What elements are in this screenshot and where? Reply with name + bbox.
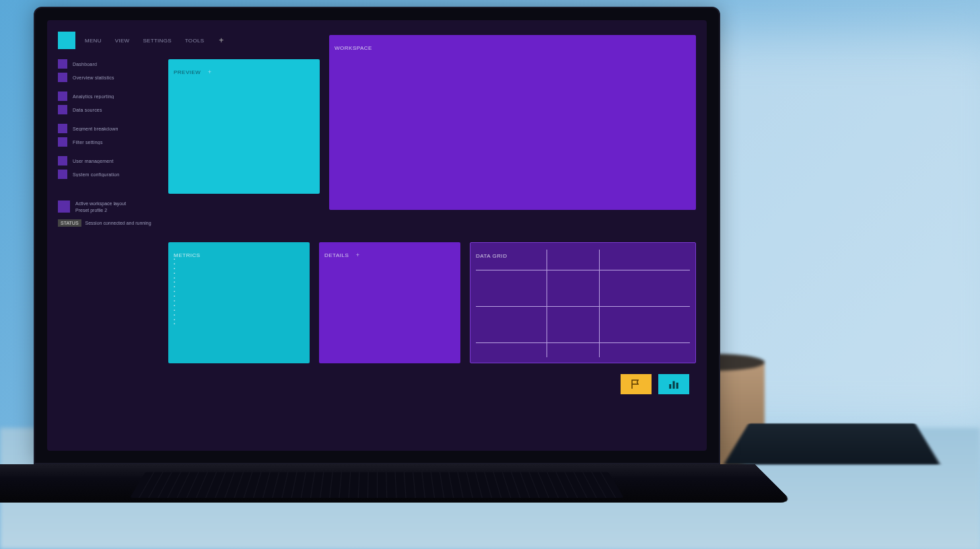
- swatch-icon: [58, 73, 67, 82]
- data-grid-panel[interactable]: DATA GRID: [470, 242, 696, 363]
- panel-title: DETAILS: [324, 252, 349, 258]
- flag-icon: [630, 378, 642, 390]
- sidebar-item[interactable]: Analytics reporting: [58, 92, 159, 101]
- panel-title: PREVIEW: [174, 69, 201, 75]
- sidebar-label: Analytics reporting: [73, 94, 114, 99]
- metrics-panel[interactable]: METRICS ▪▪▪▪▪▪▪▪▪▪▪▪▪▪▪: [168, 242, 310, 363]
- menu-item-3[interactable]: TOOLS: [181, 36, 208, 45]
- bar-chart-icon: [668, 378, 680, 390]
- menu-item-1[interactable]: VIEW: [111, 36, 134, 45]
- main-area: PREVIEW + WORKSPACE METRICS ▪▪▪▪▪▪▪▪▪▪▪▪…: [168, 59, 696, 440]
- svg-rect-1: [673, 381, 675, 389]
- panel-title: METRICS: [174, 252, 201, 258]
- sidebar-label: Data sources: [73, 108, 102, 112]
- svg-rect-0: [669, 384, 671, 389]
- sidebar-label: Overview statistics: [73, 75, 114, 80]
- sidebar-item[interactable]: Dashboard: [58, 59, 159, 69]
- swatch-icon: [58, 170, 67, 179]
- info-line: Preset profile 2: [75, 207, 126, 214]
- sidebar-status-text: STATUS Session connected and running: [58, 219, 151, 227]
- sidebar-item[interactable]: User management: [58, 156, 159, 166]
- sidebar-item[interactable]: System configuration: [58, 170, 159, 179]
- status-badge: STATUS: [58, 219, 81, 227]
- swatch-icon: [58, 137, 67, 147]
- swatch-icon: [58, 59, 67, 69]
- chart-button[interactable]: [658, 374, 689, 394]
- swatch-icon: [58, 124, 67, 133]
- sidebar-status-block: STATUS Session connected and running: [58, 219, 159, 227]
- svg-rect-2: [676, 383, 678, 389]
- laptop: MENU VIEW SETTINGS TOOLS + Dashboard: [34, 7, 720, 532]
- sidebar: Dashboard Overview statistics Analytics …: [58, 59, 159, 440]
- sidebar-info-text: Active workspace layout Preset profile 2: [75, 200, 126, 214]
- status-text: Session connected and running: [85, 221, 151, 225]
- sidebar-item[interactable]: Data sources: [58, 105, 159, 114]
- bottom-row: METRICS ▪▪▪▪▪▪▪▪▪▪▪▪▪▪▪ DETAILS + DATA G…: [168, 242, 696, 363]
- menu-item-2[interactable]: SETTINGS: [139, 36, 175, 45]
- menu-item-0[interactable]: MENU: [81, 36, 106, 45]
- notebook-prop: [724, 423, 940, 464]
- preview-panel[interactable]: PREVIEW +: [168, 59, 320, 194]
- panel-expand-icon[interactable]: +: [208, 69, 211, 75]
- sidebar-group-2: Analytics reporting Data sources: [58, 92, 159, 114]
- sidebar-group-1: Dashboard Overview statistics: [58, 59, 159, 82]
- sidebar-label: Segment breakdown: [73, 126, 118, 131]
- action-bar: [168, 374, 696, 394]
- export-button[interactable]: [621, 374, 652, 394]
- swatch-icon: [58, 105, 67, 114]
- laptop-screen-bezel: MENU VIEW SETTINGS TOOLS + Dashboard: [34, 7, 720, 464]
- top-row: PREVIEW + WORKSPACE: [168, 59, 696, 234]
- details-panel[interactable]: DETAILS +: [319, 242, 460, 363]
- sidebar-info-block: Active workspace layout Preset profile 2: [58, 200, 159, 214]
- sidebar-group-4: User management System configuration: [58, 156, 159, 179]
- sidebar-label: Dashboard: [73, 62, 97, 67]
- axis-ticks: ▪▪▪▪▪▪▪▪▪▪▪▪▪▪▪: [174, 257, 175, 326]
- app-window: MENU VIEW SETTINGS TOOLS + Dashboard: [47, 20, 707, 451]
- sidebar-item[interactable]: Overview statistics: [58, 73, 159, 82]
- add-tab-button[interactable]: +: [213, 36, 229, 45]
- sidebar-item[interactable]: Segment breakdown: [58, 124, 159, 133]
- swatch-icon: [58, 92, 67, 101]
- swatch-icon: [58, 200, 70, 213]
- sidebar-label: System configuration: [73, 172, 119, 177]
- sidebar-group-3: Segment breakdown Filter settings: [58, 124, 159, 147]
- sidebar-label: User management: [73, 159, 114, 163]
- sidebar-item[interactable]: Filter settings: [58, 137, 159, 147]
- panel-expand-icon[interactable]: +: [356, 252, 359, 258]
- laptop-keyboard: [0, 464, 793, 503]
- panel-title: WORKSPACE: [335, 45, 372, 51]
- app-logo-icon[interactable]: [58, 32, 75, 49]
- sidebar-label: Filter settings: [73, 140, 103, 145]
- content-area: Dashboard Overview statistics Analytics …: [58, 59, 696, 440]
- grid-lines-icon: [476, 255, 690, 357]
- info-line: Active workspace layout: [75, 200, 126, 207]
- swatch-icon: [58, 156, 67, 166]
- workspace-panel[interactable]: WORKSPACE: [329, 35, 696, 210]
